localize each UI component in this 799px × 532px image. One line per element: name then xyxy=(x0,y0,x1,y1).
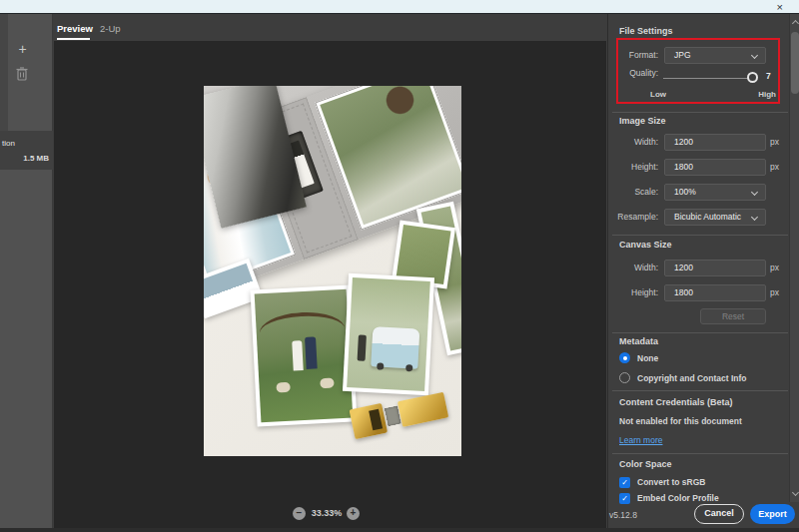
section-divider xyxy=(612,235,788,236)
section-divider xyxy=(612,453,788,454)
chevron-down-icon xyxy=(751,214,758,221)
bottom-edge xyxy=(0,528,799,532)
metadata-title: Metadata xyxy=(619,336,658,346)
settings-panel: File Settings Format: JPG Quality: 7 Low… xyxy=(607,14,799,528)
convert-srgb-label: Convert to sRGB xyxy=(637,477,705,487)
scale-dropdown[interactable]: 100% xyxy=(664,184,766,201)
tab-preview[interactable]: Preview xyxy=(57,23,93,34)
scroll-down-icon[interactable] xyxy=(791,489,798,496)
version-label: v5.12.8 xyxy=(609,510,637,520)
content-credentials-title: Content Credentials (Beta) xyxy=(619,397,733,407)
radio-copyright[interactable] xyxy=(619,372,630,383)
canvas-height-label: Height: xyxy=(608,284,658,301)
canvas-height-field[interactable]: 1800 xyxy=(664,284,766,301)
canvas-height-unit: px xyxy=(770,284,790,301)
height-label: Height: xyxy=(608,159,658,176)
browser-strip: × xyxy=(0,0,799,14)
quality-slider-knob[interactable] xyxy=(747,72,758,83)
zoom-out-icon[interactable]: − xyxy=(293,507,306,520)
sidebar-inset xyxy=(0,14,8,131)
add-scale-button[interactable]: + xyxy=(14,41,31,58)
preview-canvas[interactable]: − 33.33% + xyxy=(54,41,606,528)
width-unit: px xyxy=(770,134,790,151)
image-size-title: Image Size xyxy=(619,116,666,126)
color-space-title: Color Space xyxy=(619,459,672,469)
close-icon[interactable]: × xyxy=(777,0,783,14)
file-settings-title: File Settings xyxy=(619,26,673,36)
quality-label: Quality: xyxy=(608,68,658,79)
zoom-level: 33.33% xyxy=(309,508,345,518)
resample-dropdown[interactable]: Bicubic Automatic xyxy=(664,209,766,226)
format-label: Format: xyxy=(608,47,658,64)
file-name-truncated: tion xyxy=(2,139,15,148)
export-file-item[interactable]: tion 1.5 MB xyxy=(0,131,53,170)
scale-label: Scale: xyxy=(608,184,658,201)
radio-copyright-label: Copyright and Contact Info xyxy=(637,373,747,383)
radio-none-label: None xyxy=(637,353,658,363)
export-button[interactable]: Export xyxy=(750,504,795,524)
radio-none[interactable] xyxy=(619,352,630,363)
quality-value: 7 xyxy=(766,71,771,81)
quality-low-label: Low xyxy=(650,90,666,99)
chevron-down-icon xyxy=(751,52,758,59)
convert-srgb-checkbox[interactable]: ✓ xyxy=(619,477,630,488)
preview-tabbar: Preview 2-Up xyxy=(54,14,606,41)
scroll-up-icon[interactable] xyxy=(791,20,798,27)
canvas-width-label: Width: xyxy=(608,260,658,276)
height-unit: px xyxy=(770,159,790,176)
reset-button[interactable]: Reset xyxy=(700,308,766,324)
section-divider xyxy=(612,112,788,113)
canvas-width-field[interactable]: 1200 xyxy=(664,260,766,276)
section-divider xyxy=(612,332,788,333)
resample-label: Resample: xyxy=(608,209,658,226)
photo-couple-dogs xyxy=(250,284,357,426)
quality-high-label: High xyxy=(748,90,776,99)
photo-vw-bus xyxy=(343,273,434,395)
height-field[interactable]: 1800 xyxy=(664,159,766,176)
trash-icon[interactable] xyxy=(15,66,29,81)
format-dropdown[interactable]: JPG xyxy=(664,47,766,64)
canvas-size-title: Canvas Size xyxy=(619,240,672,250)
dialog-footer: v5.12.8 Cancel Export xyxy=(607,502,799,528)
scrollbar-thumb[interactable] xyxy=(791,32,799,94)
panel-scrollbar[interactable] xyxy=(789,14,799,502)
quality-slider-track[interactable] xyxy=(663,78,752,79)
width-label: Width: xyxy=(608,134,658,151)
export-as-dialog: × + tion 1.5 MB Preview 2-Up xyxy=(0,0,799,532)
content-credentials-status: Not enabled for this document xyxy=(619,416,742,426)
active-tab-underline xyxy=(57,38,90,40)
learn-more-link[interactable]: Learn more xyxy=(619,435,662,445)
chevron-down-icon xyxy=(751,189,758,196)
zoom-controls: − 33.33% + xyxy=(54,506,606,522)
cancel-button[interactable]: Cancel xyxy=(694,504,744,524)
tab-2up[interactable]: 2-Up xyxy=(100,23,121,34)
export-sidebar: + tion 1.5 MB xyxy=(0,14,53,528)
file-size: 1.5 MB xyxy=(23,154,49,163)
section-divider xyxy=(612,390,788,391)
zoom-in-icon[interactable]: + xyxy=(347,507,360,520)
preview-image xyxy=(204,86,461,456)
width-field[interactable]: 1200 xyxy=(664,134,766,151)
canvas-width-unit: px xyxy=(770,260,790,276)
